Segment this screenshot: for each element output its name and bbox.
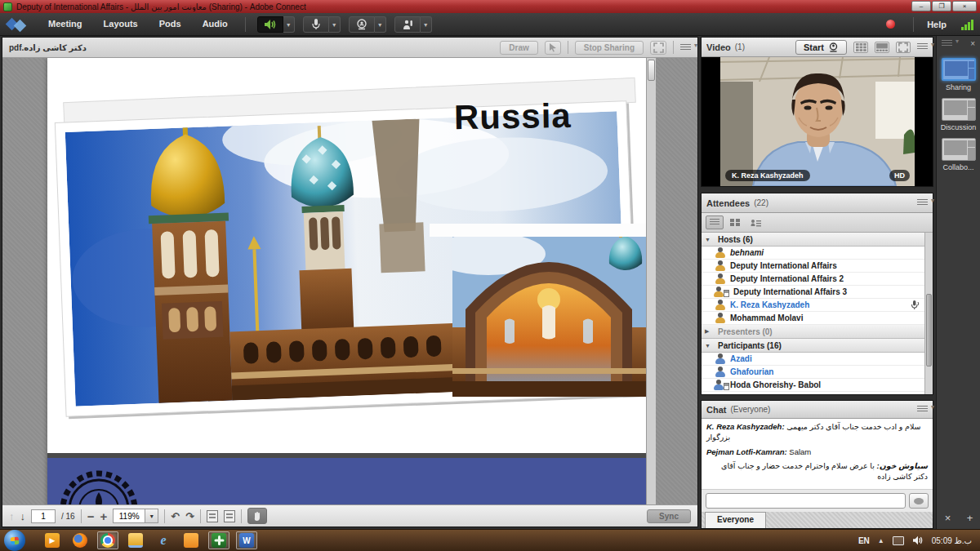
- file-explorer-icon[interactable]: [125, 531, 146, 549]
- attendee-row[interactable]: Ghafourian: [702, 366, 924, 379]
- zoom-level-input[interactable]: [113, 509, 145, 523]
- layout-label: Collabo...: [937, 163, 980, 171]
- media-player-icon[interactable]: ▶: [42, 531, 63, 549]
- hidden-icons-arrow[interactable]: ▲: [878, 537, 884, 544]
- attendee-row[interactable]: Deputy International Affairs: [702, 260, 924, 273]
- chat-pod-menu-icon[interactable]: [917, 406, 928, 413]
- zoom-level-select[interactable]: ▾: [113, 509, 158, 523]
- display-tray-icon[interactable]: [893, 536, 904, 545]
- fullscreen-icon[interactable]: [650, 41, 666, 55]
- attendee-row[interactable]: ▶ Presenters (0): [702, 325, 924, 339]
- menu-meeting[interactable]: Meeting: [38, 13, 93, 35]
- adobe-connect-icon[interactable]: [208, 531, 229, 549]
- microphone-button[interactable]: ▼: [303, 16, 341, 33]
- minimize-button[interactable]: –: [911, 1, 931, 11]
- attendee-row[interactable]: ▼ Hosts (6): [702, 233, 924, 247]
- clock[interactable]: ب.ظ 05:09: [932, 536, 972, 545]
- internet-explorer-icon[interactable]: e: [153, 531, 174, 549]
- menu-pods[interactable]: Pods: [149, 13, 192, 35]
- webcam-dropdown[interactable]: ▼: [375, 16, 386, 33]
- document-viewer[interactable]: Russia: [2, 58, 697, 506]
- page-number-input[interactable]: [31, 509, 56, 523]
- layout-collaboration[interactable]: Collabo...: [937, 138, 980, 171]
- connection-status-icon[interactable]: [961, 19, 973, 30]
- next-page-button[interactable]: ↓: [20, 510, 26, 522]
- webcam-button[interactable]: ▼: [349, 16, 386, 33]
- raise-hand-icon[interactable]: [394, 16, 421, 33]
- layout-bar-menu-icon[interactable]: [942, 40, 952, 47]
- attendees-scrollbar[interactable]: [924, 233, 933, 394]
- draw-button[interactable]: Draw: [500, 41, 537, 55]
- microphone-dropdown[interactable]: ▼: [329, 16, 341, 33]
- attendee-grid-view-icon[interactable]: [726, 216, 744, 229]
- video-pod-menu-icon[interactable]: [917, 43, 928, 51]
- maximize-button[interactable]: ❐: [932, 1, 951, 11]
- raise-hand-dropdown[interactable]: ▼: [421, 16, 432, 33]
- fit-page-button[interactable]: [224, 510, 235, 522]
- raise-hand-button[interactable]: ▼: [394, 16, 432, 33]
- attendee-list-view-icon[interactable]: [706, 216, 724, 229]
- attendee-status-view-icon[interactable]: [746, 216, 764, 229]
- zoom-out-button[interactable]: −: [87, 509, 95, 523]
- video-fullscreen-icon[interactable]: [896, 42, 911, 53]
- speaker-button[interactable]: ▼: [257, 16, 295, 33]
- attendee-row[interactable]: Azadi: [702, 353, 924, 366]
- zoom-in-button[interactable]: +: [100, 509, 107, 523]
- notes-icon[interactable]: [180, 531, 202, 549]
- pointer-tool-button[interactable]: [545, 41, 561, 55]
- volume-tray-icon[interactable]: [912, 535, 924, 545]
- chrome-icon[interactable]: [97, 531, 118, 549]
- rotate-left-button[interactable]: ↶: [171, 510, 180, 522]
- attendees-pod-menu-icon[interactable]: [917, 199, 928, 207]
- word-icon[interactable]: W: [236, 531, 257, 549]
- pdf-toolbar: ↑ ↓ / 16 − + ▾ ↶ ↷ Sync: [2, 504, 697, 527]
- previous-page-button[interactable]: ↑: [9, 510, 15, 522]
- manage-layouts-icon[interactable]: ×: [945, 512, 951, 524]
- attendee-row[interactable]: Deputy International Affairs 3: [702, 286, 924, 299]
- stop-sharing-button[interactable]: Stop Sharing: [575, 41, 644, 55]
- pan-tool-button[interactable]: [247, 508, 267, 524]
- attendee-row[interactable]: Mohammad Molavi: [702, 312, 924, 325]
- start-button[interactable]: [4, 530, 25, 551]
- speaker-dropdown[interactable]: ▼: [283, 16, 295, 33]
- firefox-icon[interactable]: [69, 531, 91, 549]
- grid-view-icon[interactable]: [853, 42, 868, 53]
- attendee-row[interactable]: behnami: [702, 247, 924, 260]
- attendees-scrollbar-thumb[interactable]: [926, 294, 932, 367]
- attendee-row[interactable]: K. Reza Kashyzadeh: [702, 299, 924, 312]
- chat-input[interactable]: [706, 493, 906, 509]
- sync-button[interactable]: Sync: [647, 509, 691, 523]
- help-menu[interactable]: Help: [927, 20, 947, 29]
- microphone-icon[interactable]: [303, 16, 329, 33]
- attendee-row[interactable]: ▼ Participants (16): [702, 339, 924, 353]
- layout-sharing[interactable]: Sharing: [937, 58, 980, 91]
- zoom-dropdown-icon[interactable]: ▾: [145, 509, 158, 523]
- microphone-active-icon: [910, 247, 921, 258]
- rotate-right-button[interactable]: ↷: [185, 510, 194, 522]
- layout-thumbnail-icon: [942, 138, 976, 161]
- layout-bar-close-icon[interactable]: ×: [970, 39, 975, 48]
- viewer-scrollbar-thumb[interactable]: [648, 60, 655, 81]
- filmstrip-view-icon[interactable]: [875, 42, 889, 53]
- layout-thumbnail-icon: [942, 98, 976, 121]
- close-button[interactable]: ×: [952, 1, 977, 11]
- send-message-button[interactable]: [909, 493, 929, 509]
- attendee-row[interactable]: Hoda Ghoreishy- Babol: [702, 379, 924, 392]
- video-name-tag: K. Reza Kashyzadeh: [725, 170, 810, 181]
- share-pod-menu-icon[interactable]: [680, 44, 691, 51]
- attendee-row[interactable]: Deputy International Affairs 2: [702, 273, 924, 286]
- add-layout-icon[interactable]: +: [967, 512, 973, 524]
- chat-tab-everyone[interactable]: Everyone: [705, 512, 766, 528]
- chat-message-author: K. Reza Kashyzadeh:: [706, 422, 785, 431]
- menu-layouts[interactable]: Layouts: [93, 13, 149, 35]
- adobe-connect-logo: [5, 17, 29, 32]
- layout-discussion[interactable]: Discussion: [937, 98, 980, 131]
- share-pod: دکتر کاشی زاده.pdf Draw Stop Sharing: [2, 37, 698, 527]
- menu-audio[interactable]: Audio: [192, 13, 238, 35]
- start-webcam-button[interactable]: Start: [795, 40, 847, 55]
- speaker-icon[interactable]: [257, 16, 283, 33]
- webcam-icon[interactable]: [349, 16, 375, 33]
- language-indicator[interactable]: EN: [858, 536, 870, 545]
- viewer-scrollbar[interactable]: [646, 58, 656, 506]
- fit-width-button[interactable]: [207, 510, 218, 522]
